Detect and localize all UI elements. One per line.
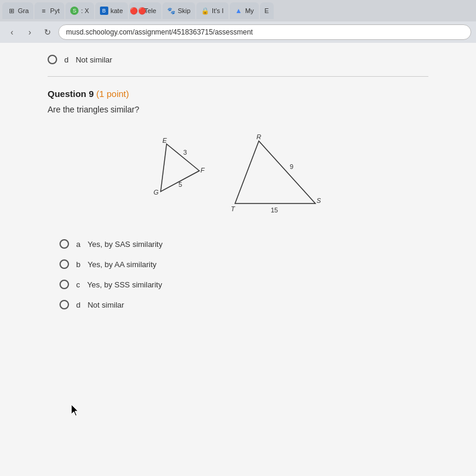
lock-icon: 🔒 — [201, 7, 209, 15]
question-text: Are the triangles similar? — [48, 105, 428, 114]
assessment-container: d Not similar Question 9 (1 point) Are t… — [30, 43, 446, 326]
address-bar-row: ‹ › ↻ musd.schoology.com/assignment/4518… — [0, 21, 476, 43]
tab-e-label: E — [265, 7, 269, 14]
tab-my[interactable]: ▲ My — [230, 2, 259, 19]
diagram-area: E F G 3 5 R T S 9 15 — [48, 126, 428, 221]
label-R: R — [256, 133, 261, 140]
section-divider — [48, 76, 428, 77]
s-icon: S — [70, 7, 79, 15]
option-a-text: Yes, by SAS similarity — [87, 240, 162, 249]
tab-my-label: My — [245, 7, 254, 14]
tab-tele[interactable]: 🔴🔴 Tele — [129, 2, 161, 19]
question-points: (1 point) — [96, 89, 129, 99]
tab-kate[interactable]: B kate — [95, 2, 128, 19]
tab-skip-label: Skip — [178, 7, 190, 14]
back-button[interactable]: ‹ — [5, 25, 19, 39]
label-E: E — [162, 137, 167, 144]
forward-button[interactable]: › — [23, 25, 37, 39]
option-b-row: b Yes, by AA similarity — [60, 259, 428, 269]
option-b-text: Yes, by AA similarity — [87, 260, 156, 269]
label-F: F — [201, 167, 205, 174]
dots-icon: 🔴🔴 — [134, 7, 142, 15]
browser-chrome: ⊞ Gra ≡ Pyt S : X B kate 🔴🔴 Tele 🐾 Skip … — [0, 0, 476, 43]
tab-gra-label: Gra — [18, 7, 29, 14]
label-15: 15 — [271, 206, 278, 214]
option-c-row: c Yes, by SSS similarity — [60, 280, 428, 289]
address-bar[interactable]: musd.schoology.com/assignment/4518363715… — [58, 24, 471, 40]
tab-s-label: : X — [81, 7, 89, 14]
option-b-letter: b — [76, 260, 80, 269]
answer-options: a Yes, by SAS similarity b Yes, by AA si… — [48, 239, 428, 314]
tab-its-label: It's I — [212, 7, 224, 14]
option-c-text: Yes, by SSS similarity — [87, 280, 162, 289]
tab-pyt-label: Pyt — [50, 7, 60, 14]
option-a-radio[interactable] — [60, 239, 69, 249]
option-d-radio[interactable] — [60, 300, 69, 309]
option-a-letter: a — [76, 240, 80, 249]
label-5: 5 — [178, 181, 182, 188]
tab-kate-label: kate — [111, 7, 123, 14]
doc-icon: ≡ — [39, 7, 48, 15]
question-label: Question 9 — [48, 89, 94, 99]
prev-option-d-radio[interactable] — [48, 55, 57, 64]
tab-pyt[interactable]: ≡ Pyt — [35, 2, 64, 19]
refresh-button[interactable]: ↻ — [40, 25, 55, 39]
label-9: 9 — [290, 163, 293, 170]
large-triangle — [235, 141, 315, 203]
grid-icon: ⊞ — [7, 7, 15, 15]
paw-icon: 🐾 — [167, 7, 176, 15]
option-d-letter: d — [76, 300, 80, 309]
drive-icon: ▲ — [234, 7, 243, 15]
question-9-block: Question 9 (1 point) Are the triangles s… — [48, 89, 428, 314]
tab-s[interactable]: S : X — [65, 2, 93, 19]
tab-e[interactable]: E — [260, 2, 274, 19]
label-S: S — [317, 197, 321, 204]
prev-option-d-row: d Not similar — [48, 55, 428, 64]
tab-bar: ⊞ Gra ≡ Pyt S : X B kate 🔴🔴 Tele 🐾 Skip … — [0, 0, 476, 21]
prev-option-d-text: Not similar — [76, 55, 112, 64]
tab-skip[interactable]: 🐾 Skip — [162, 2, 195, 19]
prev-option-d-letter: d — [64, 55, 68, 64]
address-text: musd.schoology.com/assignment/4518363715… — [66, 28, 253, 36]
option-c-letter: c — [76, 280, 80, 289]
question-header: Question 9 (1 point) — [48, 89, 428, 99]
option-c-radio[interactable] — [60, 280, 69, 289]
option-d-row: d Not similar — [60, 300, 428, 309]
tab-gra[interactable]: ⊞ Gra — [2, 2, 33, 19]
label-T: T — [231, 205, 236, 212]
option-b-radio[interactable] — [60, 259, 69, 269]
tab-tele-label: Tele — [145, 7, 156, 14]
option-d-text: Not similar — [87, 300, 124, 309]
b-icon: B — [100, 7, 108, 15]
triangles-svg: E F G 3 5 R T S 9 15 — [143, 132, 333, 221]
label-3: 3 — [183, 149, 187, 156]
label-G: G — [154, 189, 159, 196]
tab-its[interactable]: 🔒 It's I — [196, 2, 228, 19]
page-content: d Not similar Question 9 (1 point) Are t… — [0, 43, 476, 476]
option-a-row: a Yes, by SAS similarity — [60, 239, 428, 249]
